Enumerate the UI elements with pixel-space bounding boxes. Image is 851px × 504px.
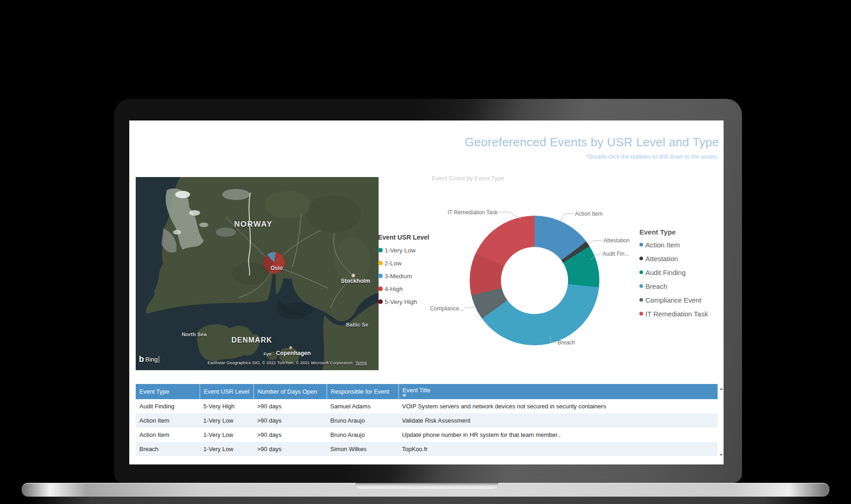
table-cell: Audit Finding (136, 399, 200, 413)
usr-legend-label: 2-Low (385, 260, 402, 267)
column-header-event-title[interactable]: Event Title (398, 384, 718, 399)
table-row[interactable]: Action Item1-Very Low>90 daysBruno Arauj… (136, 413, 718, 428)
legend-dot-icon (378, 299, 383, 304)
terms-link[interactable]: Terms (356, 361, 368, 365)
event-type-legend: Event Type Action ItemAttestationAudit F… (639, 228, 722, 321)
dashboard-canvas: Georeferenced Events by USR Level and Ty… (129, 120, 724, 464)
type-legend-label: IT Remediation Task (645, 310, 708, 318)
map-attribution: Earthstar Geographics SIO, © 2021 TomTom… (207, 361, 367, 365)
map-label-oslo: Oslo (270, 265, 283, 271)
donut-hole (501, 247, 568, 314)
map-label-norway: NORWAY (234, 220, 273, 229)
table-cell: Action Item (136, 428, 200, 442)
column-header-label: Number of Days Open (258, 388, 327, 395)
sort-descending-icon[interactable] (402, 395, 406, 397)
usr-legend-label: 5-Very High (385, 298, 417, 305)
table-cell: Bruno Araujo (327, 413, 398, 428)
table-row[interactable]: Breach1-Very Low>90 daysSimon WilkesTopK… (136, 442, 718, 456)
map-label-copenhagen: Copenhagen (276, 350, 311, 356)
bing-logo: b Bing (139, 355, 159, 363)
column-header-responsible-for-event[interactable]: Responsible for Event (327, 384, 398, 399)
legend-dot-icon (639, 257, 643, 260)
usr-legend-item[interactable]: 3-Medium (378, 269, 449, 282)
type-legend-label: Audit Finding (645, 269, 686, 276)
legend-dot-icon (639, 284, 643, 288)
column-header-label: Event Type (139, 388, 200, 395)
type-legend-item[interactable]: IT Remediation Task (639, 307, 722, 321)
usr-level-legend: Event USR Level 1-Very Low2-Low3-Medium4… (378, 234, 449, 308)
table-cell: 5-Very High (200, 399, 253, 413)
type-legend-item[interactable]: Breach (639, 279, 722, 293)
column-header-event-usr-level[interactable]: Event USR Level (200, 384, 253, 399)
bing-b-icon: b (139, 355, 144, 363)
legend-dot-icon (639, 270, 643, 274)
donut-label-action-item: Action Item (575, 211, 603, 217)
table-cell: >90 days (253, 399, 327, 413)
donut-label-attestation: Attestation (604, 237, 630, 244)
donut-label-compliance: Compliance... (430, 305, 464, 312)
page-subtitle: *Double-click the bubbles to drill down … (586, 154, 719, 160)
table-cell: 1-Very Low (200, 442, 253, 456)
type-legend-label: Attestation (645, 255, 678, 263)
map-label-north-sea: North Sea (182, 332, 207, 337)
table-cell: 1-Very Low (200, 428, 253, 442)
table-cell: Bruno Araujo (327, 428, 398, 442)
legend-dot-icon (378, 274, 383, 278)
type-legend-label: Compliance Event (645, 296, 702, 304)
usr-legend-title: Event USR Level (378, 234, 449, 241)
type-legend-item[interactable]: Attestation (639, 252, 722, 265)
map-label-baltic-sea: Baltic Se (346, 322, 368, 327)
table-cell: VOIP System servers and network devices … (398, 399, 718, 413)
table-cell: Update phone number in HR system for tha… (398, 428, 718, 442)
table-cell: 1-Very Low (200, 413, 253, 428)
table-row[interactable]: Action Item1-Very Low>90 daysBruno Arauj… (136, 428, 718, 442)
laptop-base-shadow (26, 497, 827, 504)
usr-legend-item[interactable]: 1-Very Low (378, 244, 449, 257)
legend-dot-icon (639, 312, 643, 315)
events-table: Event TypeEvent USR LevelNumber of Days … (136, 384, 718, 456)
column-header-event-type[interactable]: Event Type (136, 384, 200, 399)
usr-legend-item[interactable]: 2-Low (378, 257, 449, 269)
bing-map-visual[interactable]: NORWAY DENMARK North Sea Baltic Se Stock… (136, 177, 379, 370)
table-scroll-up-icon[interactable] (719, 388, 723, 390)
map-label-denmark: DENMARK (231, 336, 272, 344)
usr-legend-label: 4-High (385, 286, 403, 292)
map-label-fyn: Fyn (264, 351, 271, 356)
type-legend-item[interactable]: Compliance Event (639, 293, 722, 307)
usr-legend-label: 1-Very Low (385, 247, 416, 254)
page-title: Georeferenced Events by USR Level and Ty… (465, 135, 719, 149)
table-scroll-down-icon[interactable] (719, 454, 723, 456)
column-header-label: Responsible for Event (331, 388, 398, 395)
table-row[interactable]: Audit Finding5-Very High>90 daysSamuel A… (136, 399, 718, 413)
table-cell: Action Item (136, 413, 200, 428)
donut-chart-title: Event Count by Event Type (432, 175, 504, 182)
column-header-label: Event USR Level (204, 388, 253, 395)
donut-label-it-remediation: IT Remediation Task (448, 209, 498, 216)
legend-dot-icon (378, 248, 383, 252)
type-legend-item[interactable]: Audit Finding (639, 265, 722, 279)
table-cell: Breach (136, 442, 200, 456)
column-header-number-of-days-open[interactable]: Number of Days Open (253, 384, 327, 399)
table-cell: >90 days (253, 428, 327, 442)
column-header-label: Event Title (402, 387, 718, 394)
table-cell: >90 days (253, 413, 327, 428)
map-label-stockholm: Stockholm (341, 278, 370, 284)
table-cell: >90 days (253, 442, 327, 456)
event-count-donut-chart[interactable] (470, 216, 599, 345)
type-legend-item[interactable]: Action Item (639, 238, 722, 252)
type-legend-title: Event Type (639, 228, 722, 236)
table-cell: TopKoo.fr (398, 442, 718, 456)
usr-legend-label: 3-Medium (385, 273, 412, 280)
type-legend-label: Breach (645, 282, 667, 290)
legend-dot-icon (378, 261, 383, 265)
table-cell: Validate Risk Assessment (398, 413, 718, 428)
table-cell: Samuel Adams (327, 399, 398, 413)
legend-dot-icon (639, 298, 643, 302)
laptop-screen-bezel: Georeferenced Events by USR Level and Ty… (114, 99, 742, 483)
donut-label-audit-finding: Audit Fin... (603, 251, 629, 257)
table-cell: Simon Wilkes (327, 442, 398, 456)
type-legend-label: Action Item (645, 241, 680, 249)
legend-dot-icon (639, 243, 643, 246)
usr-legend-item[interactable]: 4-High (378, 282, 449, 295)
legend-dot-icon (378, 286, 383, 291)
